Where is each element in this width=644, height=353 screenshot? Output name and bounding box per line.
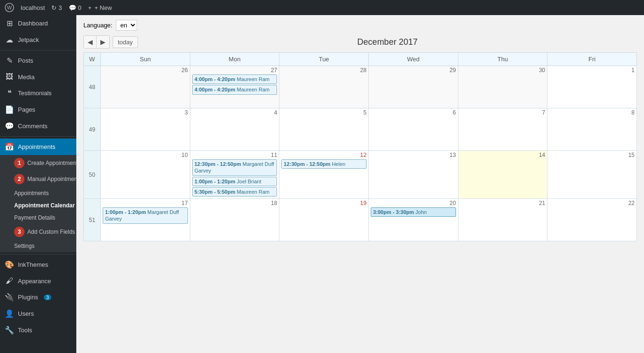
sidebar-item-tools[interactable]: 🔧 Tools (0, 322, 76, 338)
calendar-day[interactable]: 4 (190, 108, 279, 151)
calendar-day[interactable]: 30 (458, 66, 547, 108)
calendar-day[interactable]: 1 (547, 66, 637, 108)
calendar-day[interactable]: 274:00pm - 4:20pm Maureen Ram4:00pm - 4:… (190, 66, 279, 108)
calendar-day[interactable]: 7 (458, 108, 547, 151)
sidebar-item-dashboard[interactable]: ⊞ Dashboard (0, 15, 76, 32)
content-area: Language: en ◀ ▶ today December 2017 W S… (76, 15, 644, 353)
wed-header: Wed (368, 53, 458, 66)
day-number: 18 (192, 200, 277, 206)
sidebar-item-users[interactable]: 👤 Users (0, 305, 76, 322)
sidebar: ⊞ Dashboard ☁ Jetpack ✎ Posts 🖼 Media ❝ … (0, 15, 76, 353)
sidebar-item-inkthemes[interactable]: 🎨 InkThemes (0, 256, 76, 273)
calendar-day[interactable]: 1212:30pm - 12:50pm Helen (279, 151, 369, 199)
day-number: 10 (103, 152, 188, 158)
calendar-day[interactable]: 3 (101, 108, 190, 151)
sidebar-item-appearance[interactable]: 🖌 Appearance (0, 273, 76, 289)
day-number: 22 (549, 200, 635, 206)
sidebar-item-settings[interactable]: Settings (0, 240, 76, 252)
sidebar-item-custom-fields[interactable]: 3 Add Custom Fields And Currency (0, 224, 76, 240)
today-button[interactable]: today (113, 36, 138, 48)
day-number: 6 (371, 109, 456, 116)
jetpack-icon: ☁ (5, 35, 14, 44)
calendar-day[interactable]: 8 (547, 108, 637, 151)
sidebar-item-posts[interactable]: ✎ Posts (0, 52, 76, 69)
day-number: 14 (460, 152, 546, 158)
appointment-block[interactable]: 3:00pm - 3:30pm John (371, 207, 456, 217)
sidebar-item-media[interactable]: 🖼 Media (0, 69, 76, 85)
week-number: 50 (84, 151, 101, 199)
day-number: 13 (371, 152, 456, 158)
calendar-day[interactable]: 203:00pm - 3:30pm John (368, 199, 458, 241)
calendar-day[interactable]: 29 (368, 66, 458, 108)
calendar-day[interactable]: 1112:30pm - 12:50pm Margaret Duff Garvey… (190, 151, 279, 199)
day-number: 20 (371, 200, 456, 206)
new-button[interactable]: + + New (88, 4, 112, 11)
language-select[interactable]: en (116, 20, 137, 31)
updates-count[interactable]: ↻ 3 (51, 4, 62, 11)
appointment-block[interactable]: 12:30pm - 12:50pm Margaret Duff Garvey (192, 159, 277, 176)
calendar-day[interactable]: 21 (458, 199, 547, 241)
appointment-block[interactable]: 12:30pm - 12:50pm Helen (281, 159, 367, 169)
day-number: 7 (460, 109, 546, 116)
sidebar-item-pages[interactable]: 📄 Pages (0, 101, 76, 118)
calendar-nav: ◀ ▶ today December 2017 (83, 35, 637, 49)
day-number: 12 (281, 152, 367, 158)
site-name[interactable]: localhost (21, 4, 45, 11)
users-icon: 👤 (5, 309, 14, 318)
calendar-day[interactable]: 22 (547, 199, 637, 241)
wp-logo[interactable]: W (5, 3, 14, 12)
appointment-block[interactable]: 5:30pm - 5:50pm Maureen Ram (192, 187, 277, 197)
appointment-block[interactable]: 4:00pm - 4:20pm Maureen Ram (192, 74, 277, 84)
sidebar-item-appointments-list[interactable]: Appointments (0, 187, 76, 199)
calendar-day[interactable]: 19 (279, 199, 369, 241)
plugins-icon: 🔌 (5, 293, 14, 302)
calendar-day[interactable]: 6 (368, 108, 458, 151)
admin-bar: W localhost ↻ 3 💬 0 + + New (0, 0, 644, 15)
calendar-day[interactable]: 26 (101, 66, 190, 108)
calendar-day[interactable]: 171:00pm - 1:20pm Margaret Duff Garvey (101, 199, 190, 241)
day-number: 15 (549, 152, 635, 158)
day-number: 29 (371, 67, 456, 74)
sidebar-item-appointment-calendar[interactable]: Appointment Calendar (0, 199, 76, 212)
sidebar-item-payment-details[interactable]: Payment Details (0, 212, 76, 224)
language-bar: Language: en (83, 20, 637, 31)
appointment-block[interactable]: 4:00pm - 4:20pm Maureen Ram (192, 85, 277, 94)
step1-badge: 1 (14, 158, 24, 168)
dashboard-icon: ⊞ (5, 19, 14, 28)
language-label: Language: (83, 22, 112, 29)
sidebar-item-manual-appointments[interactable]: 2 Manual Appointments (0, 171, 76, 187)
step2-badge: 2 (14, 174, 24, 184)
next-month-button[interactable]: ▶ (97, 35, 110, 49)
testimonials-icon: ❝ (5, 89, 14, 98)
day-number: 28 (281, 67, 367, 74)
week-number: 51 (84, 199, 101, 241)
sidebar-item-create-appointments[interactable]: 1 Create Appointments (0, 155, 76, 171)
comments-count[interactable]: 💬 0 (69, 4, 82, 11)
sidebar-item-testimonials[interactable]: ❝ Testimonials (0, 85, 76, 101)
calendar-day[interactable]: 18 (190, 199, 279, 241)
calendar-title: December 2017 (138, 37, 637, 47)
sidebar-item-jetpack[interactable]: ☁ Jetpack (0, 32, 76, 48)
calendar-day[interactable]: 5 (279, 108, 369, 151)
day-number: 17 (103, 200, 188, 206)
calendar-day[interactable]: 13 (368, 151, 458, 199)
calendar-day[interactable]: 15 (547, 151, 637, 199)
inkthemes-icon: 🎨 (5, 260, 14, 269)
appointment-block[interactable]: 1:00pm - 1:20pm Joel Briant (192, 177, 277, 186)
calendar-day[interactable]: 28 (279, 66, 369, 108)
appointments-submenu: 1 Create Appointments 2 Manual Appointme… (0, 155, 76, 252)
sidebar-item-comments[interactable]: 💬 Comments (0, 118, 76, 134)
week-number: 48 (84, 66, 101, 108)
sidebar-item-plugins[interactable]: 🔌 Plugins 3 (0, 289, 76, 305)
pages-icon: 📄 (5, 105, 14, 114)
fri-header: Fri (547, 53, 637, 66)
calendar-day[interactable]: 10 (101, 151, 190, 199)
prev-month-button[interactable]: ◀ (83, 35, 97, 49)
thu-header: Thu (458, 53, 547, 66)
svg-text:W: W (7, 5, 12, 10)
calendar-table: W Sun Mon Tue Wed Thu Fri 4826274:00pm -… (83, 52, 637, 241)
day-number: 26 (103, 67, 188, 74)
appointment-block[interactable]: 1:00pm - 1:20pm Margaret Duff Garvey (103, 207, 188, 224)
calendar-day[interactable]: 14 (458, 151, 547, 199)
sidebar-item-appointments[interactable]: 📅 Appointments (0, 139, 76, 155)
